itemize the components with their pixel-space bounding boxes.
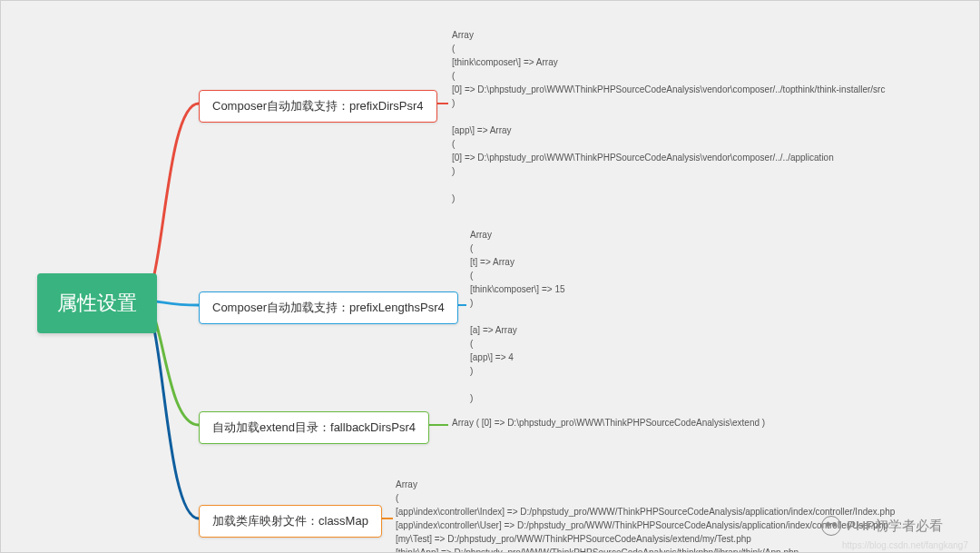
leaf-text-prefixDirsPsr4: Array ( [think\composer\] => Array ( [0]… [452, 28, 885, 205]
child-label: Composer自动加载支持：prefixDirsPsr4 [212, 99, 424, 113]
wechat-icon [821, 516, 841, 536]
footer-url: https://blog.csdn.net/fangkang7 [842, 540, 968, 550]
child-label: 自动加载extend目录：fallbackDirsPsr4 [212, 420, 416, 434]
leaf-text-classMap: Array ( [app\index\controller\Index] => … [396, 478, 895, 553]
watermark: PHP初学者必看 [821, 516, 943, 536]
child-node-prefixLengthsPsr4[interactable]: Composer自动加载支持：prefixLengthsPsr4 [199, 291, 458, 324]
leaf-text-fallbackDirsPsr4: Array ( [0] => D:\phpstudy_pro\WWW\Think… [452, 416, 765, 430]
child-node-classMap[interactable]: 加载类库映射文件：classMap [199, 505, 382, 538]
child-node-fallbackDirsPsr4[interactable]: 自动加载extend目录：fallbackDirsPsr4 [199, 411, 429, 444]
root-label: 属性设置 [57, 291, 137, 314]
root-node[interactable]: 属性设置 [37, 273, 157, 333]
leaf-text-prefixLengthsPsr4: Array ( [t] => Array ( [think\composer\]… [470, 228, 565, 405]
watermark-text: PHP初学者必看 [847, 518, 943, 535]
child-label: Composer自动加载支持：prefixLengthsPsr4 [212, 301, 445, 314]
child-node-prefixDirsPsr4[interactable]: Composer自动加载支持：prefixDirsPsr4 [199, 90, 437, 123]
child-label: 加载类库映射文件：classMap [212, 514, 368, 528]
